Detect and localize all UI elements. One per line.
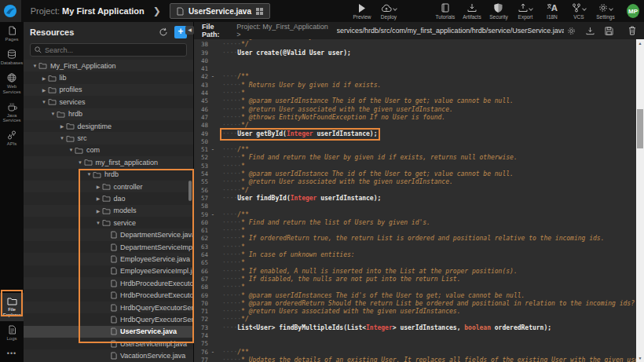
file-icon xyxy=(111,340,120,348)
tree-item-service[interactable]: ▼service xyxy=(24,217,193,229)
fold-gutter xyxy=(208,316,218,324)
tab-userservice[interactable]: UserService.java xyxy=(170,3,270,19)
deploy-button[interactable]: Deploy xyxy=(375,3,402,20)
tree-item-com[interactable]: ▼com xyxy=(24,144,193,156)
line-number: 56 xyxy=(194,187,208,195)
folder-icon xyxy=(102,183,114,190)
sidebar-item-apis[interactable]: APIs xyxy=(0,126,24,150)
tree-item-designtime[interactable]: ▶designtime xyxy=(24,120,193,132)
collapse-arrow-icon[interactable]: ▼ xyxy=(31,64,38,68)
tree-item-src[interactable]: ▼src xyxy=(24,132,193,144)
tree-item-hrdb[interactable]: ▼hrdb xyxy=(24,108,193,120)
export-button[interactable]: Export xyxy=(512,3,539,20)
fold-marker-icon[interactable]: - xyxy=(208,211,218,219)
tree-item-userservice-java[interactable]: UserService.java xyxy=(24,326,193,338)
tree-item-label: HrdbProcedureExecutorSe xyxy=(120,280,193,287)
tree-item-departmentservice-java[interactable]: DepartmentService.java xyxy=(24,229,193,240)
resources-scrollbar-thumb[interactable] xyxy=(188,181,192,201)
line-number: 45 xyxy=(194,97,208,105)
sidebar-item-file-explorer[interactable]: File Explorer xyxy=(0,293,24,321)
code-line: 41 xyxy=(194,65,636,73)
i18n-button[interactable]: A I18N xyxy=(539,3,565,20)
user-avatar[interactable]: MP xyxy=(627,4,639,18)
delete-button[interactable] xyxy=(628,26,636,35)
sidebar-more-button[interactable]: ••• xyxy=(7,345,16,362)
expand-arrow-icon[interactable]: ▶ xyxy=(41,75,48,81)
editor-settings-button[interactable] xyxy=(567,27,576,35)
sidebar-item-pages[interactable]: Pages xyxy=(0,22,24,46)
editor-scrollbar[interactable]: ▲ ▼ xyxy=(636,39,644,362)
tree-item-hrdbprocedureexecutorse[interactable]: HrdbProcedureExecutorSe xyxy=(24,277,193,289)
tree-item-controller[interactable]: ▶controller xyxy=(24,181,193,192)
tree-item-profiles[interactable]: ▶profiles xyxy=(24,84,193,96)
fold-gutter xyxy=(208,276,218,283)
tree-item-label: UserService.java xyxy=(120,327,177,335)
expand-arrow-icon[interactable]: ▶ xyxy=(95,196,102,201)
security-button[interactable]: Security xyxy=(485,3,512,20)
app-logo[interactable] xyxy=(0,0,21,22)
artifacts-button[interactable]: Artifacts xyxy=(459,3,485,20)
code-line: 55·····* @return User associated with th… xyxy=(194,178,636,186)
settings-button[interactable]: Settings xyxy=(592,3,619,20)
line-number: 55 xyxy=(194,178,208,186)
collapse-arrow-icon[interactable]: ▼ xyxy=(77,160,84,165)
collapse-arrow-icon[interactable]: ▼ xyxy=(49,112,57,116)
preview-button[interactable]: Preview xyxy=(349,3,375,20)
line-number: 71 xyxy=(194,308,208,316)
collapse-arrow-icon[interactable]: ▼ xyxy=(59,136,66,141)
sidebar-item-logs[interactable]: Logs xyxy=(0,321,24,345)
expand-arrow-icon[interactable]: ▶ xyxy=(95,184,102,189)
tree-item-vacationservice-java[interactable]: VacationService.java xyxy=(24,349,193,361)
expand-arrow-icon[interactable]: ▶ xyxy=(95,208,102,214)
tree-item-departmentserviceimpl-jav[interactable]: DepartmentServiceImpl.jav xyxy=(24,241,193,253)
fold-marker-icon[interactable]: - xyxy=(208,146,218,154)
file-icon xyxy=(111,267,120,275)
tree-item-lib[interactable]: ▶lib xyxy=(24,71,193,83)
expand-arrow-icon[interactable]: ▶ xyxy=(59,123,66,129)
tree-item-hrdbprocedureexecutorse[interactable]: HrdbProcedureExecutorSe xyxy=(24,289,193,301)
tutorials-button[interactable]: Tutorials xyxy=(432,3,459,20)
tree-item-label: hrdb xyxy=(68,110,82,118)
line-number: 73 xyxy=(194,324,208,332)
expand-arrow-icon[interactable]: ▶ xyxy=(41,87,48,93)
code-editor[interactable]: 37·····* @return the newly created user.… xyxy=(194,39,636,362)
fold-gutter xyxy=(208,235,218,243)
save-button[interactable] xyxy=(605,27,613,35)
scroll-down-icon[interactable]: ▼ xyxy=(636,354,644,362)
tree-item-employeeservice-java[interactable]: EmployeeService.java xyxy=(24,253,193,265)
refresh-icon[interactable] xyxy=(159,27,168,37)
fold-gutter xyxy=(208,292,218,300)
sidebar-item-web-services[interactable]: Web Services xyxy=(0,69,24,98)
collapse-arrow-icon[interactable]: ▼ xyxy=(68,148,75,152)
tree-item-hrdbqueryexecutorservice[interactable]: HrdbQueryExecutorService xyxy=(24,313,193,325)
fold-marker-icon[interactable]: - xyxy=(208,73,218,81)
branch-icon xyxy=(572,3,581,13)
tree-item-hrdbqueryexecutorservice[interactable]: HrdbQueryExecutorService xyxy=(24,302,193,313)
vcs-button[interactable]: VCS xyxy=(565,3,592,20)
fold-marker-icon[interactable]: - xyxy=(208,349,218,357)
line-number: 52 xyxy=(194,154,208,162)
code-line: 47·····* @throws EntityNotFoundException… xyxy=(194,114,636,122)
fold-gutter xyxy=(208,195,218,203)
tree-item-my-first-application[interactable]: ▼My_First_Application xyxy=(24,60,193,71)
tree-item-hrdb[interactable]: ▼hrdb xyxy=(24,169,193,181)
tree-item-models[interactable]: ▶models xyxy=(24,205,193,217)
collapse-arrow-icon[interactable]: ▼ xyxy=(41,100,48,104)
collapse-arrow-icon[interactable]: ▼ xyxy=(86,172,93,177)
panel-collapse-button[interactable]: ◀ xyxy=(185,26,194,35)
fold-gutter xyxy=(208,219,218,227)
search-input[interactable] xyxy=(45,46,182,54)
sidebar-item-java-services[interactable]: Java Services xyxy=(0,98,24,127)
collapse-arrow-icon[interactable]: ▼ xyxy=(95,221,102,225)
tree-item-services[interactable]: ▼services xyxy=(24,96,193,108)
tree-item-dao[interactable]: ▶dao xyxy=(24,192,193,204)
tree-item-employeeserviceimpl-java[interactable]: EmployeeServiceImpl.java xyxy=(24,265,193,277)
tree-item-userserviceimpl-java[interactable]: UserServiceImpl.java xyxy=(24,338,193,349)
scroll-up-icon[interactable]: ▲ xyxy=(636,39,644,47)
sidebar-item-databases[interactable]: Databases xyxy=(0,46,24,69)
editor-scrollbar-thumb[interactable] xyxy=(637,109,643,148)
download-file-button[interactable] xyxy=(586,27,595,35)
code-line: 64·····* In case of unknown entities: xyxy=(194,251,636,259)
tab-grid-icon[interactable] xyxy=(256,8,263,15)
tree-item-my-first-application[interactable]: ▼my_first_application xyxy=(24,156,193,168)
